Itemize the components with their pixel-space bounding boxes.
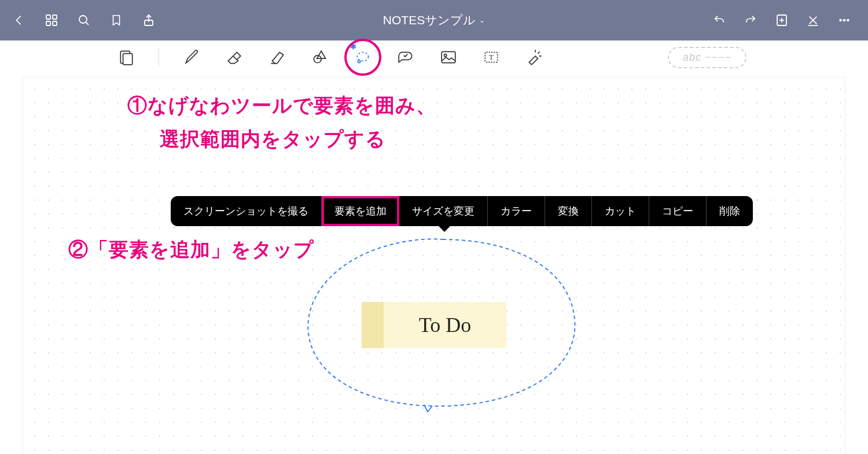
- svg-rect-0: [46, 15, 50, 19]
- svg-line-5: [86, 22, 89, 25]
- note-page[interactable]: ①なげなわツールで要素を囲み、 選択範囲内をタップする スクリーンショットを撮る…: [23, 77, 845, 454]
- document-title-text: NOTESサンプル: [383, 12, 476, 28]
- svg-point-4: [79, 16, 87, 23]
- svg-text:T: T: [489, 53, 494, 61]
- document-title[interactable]: NOTESサンプル ⌄: [383, 12, 485, 28]
- close-toolbar-icon[interactable]: [806, 13, 821, 28]
- svg-rect-17: [123, 54, 133, 65]
- svg-point-13: [840, 20, 841, 21]
- undo-icon[interactable]: [712, 13, 727, 28]
- favorites-placeholder-text: abc ~~~~: [683, 51, 731, 63]
- thumbnails-icon[interactable]: [44, 13, 59, 28]
- image-tool-icon[interactable]: [438, 47, 459, 68]
- topbar-left-group: [0, 13, 156, 28]
- pen-tool-icon[interactable]: [181, 47, 202, 68]
- search-icon[interactable]: [76, 13, 91, 28]
- share-icon[interactable]: [141, 13, 156, 28]
- ctx-item-delete[interactable]: 削除: [707, 196, 753, 226]
- instruction-step-1: ①なげなわツールで要素を囲み、 選択範囲内をタップする: [127, 89, 436, 156]
- bluetooth-indicator-icon: ✱: [350, 42, 356, 51]
- sticky-note-body: To Do: [384, 302, 506, 348]
- laser-pointer-tool-icon[interactable]: [524, 47, 545, 68]
- shapes-tool-icon[interactable]: [310, 47, 330, 68]
- svg-line-27: [538, 51, 539, 53]
- instruction-step-1-line2: 選択範囲内をタップする: [160, 123, 436, 156]
- ctx-item-screenshot[interactable]: スクリーンショットを撮る: [171, 196, 322, 226]
- svg-rect-23: [442, 51, 455, 62]
- highlighter-tool-icon[interactable]: [267, 47, 288, 68]
- read-mode-tool-icon[interactable]: [116, 47, 137, 68]
- context-menu: スクリーンショットを撮る 要素を追加 サイズを変更 カラー 変換 カット コピー…: [171, 196, 753, 226]
- elements-tool-icon[interactable]: [395, 47, 416, 68]
- tool-strip: ✱ T abc ~~~~: [0, 40, 868, 74]
- ctx-item-copy[interactable]: コピー: [649, 196, 707, 226]
- eraser-tool-icon[interactable]: [224, 47, 245, 68]
- text-tool-icon[interactable]: T: [481, 47, 502, 68]
- redo-icon[interactable]: [743, 13, 758, 28]
- add-page-icon[interactable]: [774, 13, 789, 28]
- favorites-bar-placeholder[interactable]: abc ~~~~: [668, 47, 746, 68]
- tool-divider: [159, 48, 159, 67]
- sticky-note[interactable]: To Do: [362, 302, 506, 348]
- lasso-tool-icon[interactable]: ✱: [352, 47, 373, 68]
- instruction-step-2-text: ②「要素を追加」をタップ: [68, 238, 314, 260]
- ctx-item-cut[interactable]: カット: [592, 196, 649, 226]
- ctx-item-convert[interactable]: 変換: [545, 196, 592, 226]
- chevron-down-icon: ⌄: [479, 16, 485, 24]
- ctx-item-resize[interactable]: サイズを変更: [399, 196, 488, 226]
- svg-point-15: [847, 20, 849, 21]
- svg-point-22: [358, 60, 360, 62]
- canvas-viewport: ①なげなわツールで要素を囲み、 選択範囲内をタップする スクリーンショットを撮る…: [0, 74, 868, 454]
- ctx-item-add-element[interactable]: 要素を追加: [322, 196, 399, 226]
- back-icon[interactable]: [12, 13, 27, 28]
- instruction-step-1-line1: ①なげなわツールで要素を囲み、: [127, 94, 436, 116]
- bookmark-icon[interactable]: [109, 13, 124, 28]
- instruction-step-2: ②「要素を追加」をタップ: [68, 237, 314, 263]
- app-top-bar: NOTESサンプル ⌄: [0, 0, 868, 40]
- svg-point-21: [357, 52, 368, 61]
- svg-point-24: [444, 54, 447, 57]
- topbar-right-group: [712, 13, 868, 28]
- svg-point-14: [844, 20, 845, 21]
- svg-rect-2: [46, 21, 50, 25]
- more-icon[interactable]: [837, 13, 852, 28]
- ctx-item-color[interactable]: カラー: [488, 196, 545, 226]
- sticky-note-text: To Do: [419, 313, 471, 337]
- svg-rect-3: [53, 21, 57, 25]
- sticky-note-tab: [362, 302, 384, 348]
- svg-rect-1: [53, 15, 57, 19]
